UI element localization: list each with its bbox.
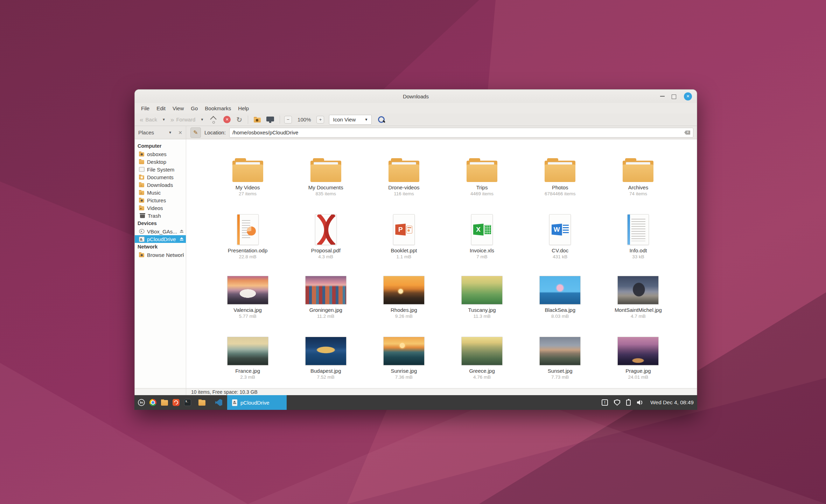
file-view[interactable]: My Videos 27 items My Documents 835 item… (186, 139, 697, 388)
folder-icon (467, 158, 497, 182)
menu-bookmarks[interactable]: Bookmarks (201, 104, 234, 112)
places-close-button[interactable]: ✕ (178, 130, 182, 135)
file-item-trips[interactable]: Trips 4469 items (443, 158, 521, 197)
update-manager-icon[interactable]: ! (602, 399, 608, 406)
home-button[interactable] (254, 117, 261, 122)
clock[interactable]: Wed Dec 4, 08:49 (650, 399, 694, 406)
stop-button[interactable]: ✕ (223, 116, 231, 123)
file-item-presentation-odp[interactable]: Presentation.odp 22.8 mB (209, 213, 287, 260)
folder-row: My Videos 27 items My Documents 835 item… (209, 158, 677, 197)
location-field[interactable]: ✕ (229, 128, 693, 138)
file-item-info-odt[interactable]: Info.odt 33 kB (599, 213, 677, 260)
maximize-button[interactable] (672, 94, 676, 98)
sidebar-item-desktop[interactable]: Desktop (135, 158, 186, 166)
back-history-dropdown[interactable]: ▼ (162, 118, 166, 121)
reload-button[interactable]: ↻ (236, 115, 242, 124)
eject-icon[interactable] (180, 237, 184, 241)
chrome-icon[interactable] (149, 399, 156, 406)
sidebar-item-pictures[interactable]: Pictures (135, 196, 186, 204)
file-item-archives[interactable]: Archives 74 items (599, 158, 677, 197)
clear-location-icon[interactable]: ✕ (684, 131, 690, 135)
location-input[interactable] (232, 130, 684, 135)
photo-row: Valencia.jpg 5.77 mB Groningen.jpg 11.2 … (209, 275, 677, 319)
photo-thumbnail (461, 337, 503, 365)
file-item-photos[interactable]: Photos 6784466 items (521, 158, 599, 197)
sidebar-item-browse-network[interactable]: Browse Network (135, 251, 186, 259)
battery-icon[interactable] (626, 400, 631, 406)
file-name: Tuscany.jpg (468, 307, 496, 313)
sidebar-item-file-system[interactable]: File System (135, 166, 186, 173)
forward-history-dropdown[interactable]: ▼ (200, 118, 204, 121)
sidebar-item-trash[interactable]: Trash (135, 212, 186, 219)
photo-thumbnail (227, 276, 268, 304)
desktop-button[interactable] (266, 117, 274, 123)
taskbar-button-pclouddrive[interactable]: pCloudDrive (227, 395, 287, 410)
sidebar-item-videos[interactable]: ▸ Videos (135, 204, 186, 212)
back-button[interactable]: « Back (138, 114, 159, 125)
places-sidebar: Computer osboxes Desktop File System Doc… (135, 139, 186, 388)
file-info: 1.1 mB (397, 254, 412, 260)
file-item-my-videos[interactable]: My Videos 27 items (209, 158, 287, 197)
close-button[interactable]: ✕ (684, 92, 692, 100)
menu-go[interactable]: Go (187, 104, 201, 112)
file-info: 6784466 items (545, 191, 576, 197)
sidebar-item-vbox-gas[interactable]: VBox_GAs... (135, 227, 186, 235)
file-item-my-documents[interactable]: My Documents 835 items (287, 158, 365, 197)
file-name: Sunrise.jpg (391, 368, 417, 374)
taskbar-button-folder[interactable] (194, 395, 210, 410)
file-item-budapest-jpg[interactable]: Budapest.jpg 7.52 mB (287, 336, 365, 380)
edit-location-toggle[interactable]: ✎ (190, 127, 201, 138)
file-item-prague-jpg[interactable]: Prague.jpg 24.01 mB (599, 336, 677, 380)
file-item-booklet-ppt[interactable]: P Booklet.ppt 1.1 mB (365, 213, 443, 260)
menubar: File Edit View Go Bookmarks Help (135, 103, 697, 113)
file-item-rhodes-jpg[interactable]: Rhodes.jpg 9.26 mB (365, 275, 443, 319)
menu-edit[interactable]: Edit (153, 104, 169, 112)
taskbar-launchers: lm $_ (138, 399, 191, 406)
photo-thumbnail (617, 337, 659, 365)
file-item-proposal-pdf[interactable]: Proposal.pdf 4.3 mB (287, 213, 365, 260)
forward-button[interactable]: » Forward (168, 114, 198, 125)
up-button[interactable] (210, 116, 217, 124)
file-item-blacksea-jpg[interactable]: BlackSea.jpg 8.03 mB (521, 275, 599, 319)
eject-icon[interactable] (180, 230, 184, 233)
terminal-icon[interactable]: $_ (184, 399, 191, 406)
photo-thumbnail (617, 276, 659, 304)
main-area: Computer osboxes Desktop File System Doc… (135, 139, 697, 388)
sidebar-item-osboxes[interactable]: osboxes (135, 150, 186, 158)
zoom-out-button[interactable]: − (284, 116, 292, 124)
file-item-montsaintmichel-jpg[interactable]: MontSaintMichel.jpg 4.7 mB (599, 275, 677, 319)
sidebar-section-network: Network (135, 243, 186, 251)
menu-view[interactable]: View (169, 104, 187, 112)
file-item-cv-doc[interactable]: W CV.doc 431 kB (521, 213, 599, 260)
shield-icon[interactable] (614, 399, 620, 406)
file-item-tuscany-jpg[interactable]: Tuscany.jpg 11.3 mB (443, 275, 521, 319)
file-item-groningen-jpg[interactable]: Groningen.jpg 11.2 mB (287, 275, 365, 319)
file-manager-launcher-icon[interactable] (161, 399, 168, 406)
file-name: Greece.jpg (469, 368, 495, 374)
sidebar-item-music[interactable]: ♪ Music (135, 189, 186, 196)
file-item-invoice-xls[interactable]: X Invoice.xls 7 mB (443, 213, 521, 260)
titlebar[interactable]: Downloads ✕ (135, 90, 697, 103)
file-name: Info.odt (629, 247, 647, 253)
menu-help[interactable]: Help (234, 104, 252, 112)
view-mode-select[interactable]: Icon View ▼ (329, 115, 372, 125)
file-item-sunrise-jpg[interactable]: Sunrise.jpg 7.36 mB (365, 336, 443, 380)
file-item-valencia-jpg[interactable]: Valencia.jpg 5.77 mB (209, 275, 287, 319)
mint-menu-icon[interactable]: lm (138, 399, 145, 406)
zoom-in-button[interactable]: + (316, 116, 324, 124)
browser-icon[interactable] (173, 399, 180, 406)
file-item-greece-jpg[interactable]: Greece.jpg 4.76 mB (443, 336, 521, 380)
minimize-button[interactable] (660, 96, 665, 97)
sidebar-item-documents[interactable]: Documents (135, 173, 186, 181)
places-dropdown[interactable]: ▼ (168, 131, 172, 134)
sidebar-item-pclouddrive[interactable]: pCloudDrive (135, 235, 186, 243)
photo-thumbnail (383, 337, 425, 365)
search-button[interactable] (377, 115, 386, 124)
file-item-drone-videos[interactable]: Drone-videos 116 items (365, 158, 443, 197)
volume-icon[interactable] (637, 399, 643, 406)
sidebar-item-downloads[interactable]: ↓ Downloads (135, 181, 186, 189)
file-item-france-jpg[interactable]: France.jpg 2.3 mB (209, 336, 287, 380)
menu-file[interactable]: File (138, 104, 153, 112)
taskbar-button-vscode[interactable] (210, 395, 227, 410)
file-item-sunset-jpg[interactable]: Sunset.jpg 7.73 mB (521, 336, 599, 380)
